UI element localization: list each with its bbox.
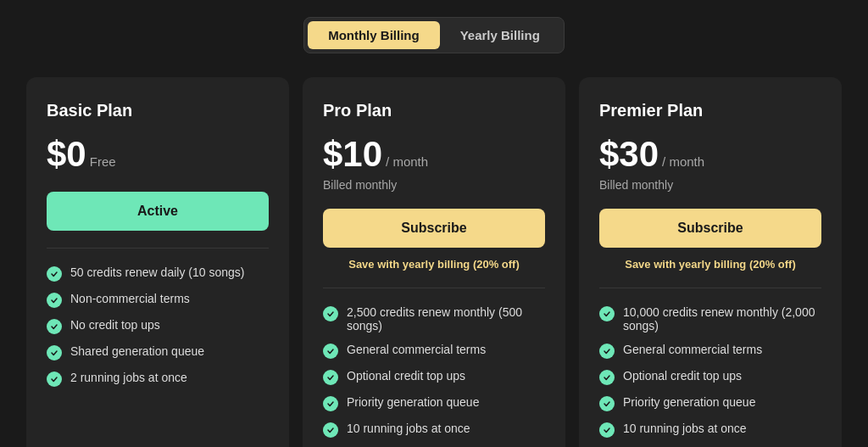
check-icon [599,306,615,321]
feature-text: Optional credit top ups [623,369,742,383]
list-item: Priority generation queue [323,395,545,411]
feature-text: Optional credit top ups [347,369,465,383]
list-item: Shared generation queue [47,344,269,360]
plan-price-label-basic: Free [90,154,116,169]
check-icon [323,396,338,411]
plan-price-pro: $10 [323,134,382,175]
feature-text: 10 running jobs at once [623,422,747,435]
feature-text: Shared generation queue [70,344,204,358]
plan-card-basic: Basic Plan$0FreeActive 50 credits renew … [26,77,289,447]
list-item: 10 running jobs at once [599,422,821,438]
plan-price-row-premier: $30/ month [599,134,821,175]
list-item: No credit top ups [47,318,269,334]
plans-container: Basic Plan$0FreeActive 50 credits renew … [14,77,854,447]
plan-name-premier: Premier Plan [599,101,821,120]
list-item: 2 running jobs at once [47,371,269,387]
plan-price-row-pro: $10/ month [323,134,545,175]
plan-price-premier: $30 [599,134,659,175]
check-icon [47,266,62,282]
plan-features-pro: 2,500 credits renew monthly (500 songs) … [323,305,545,438]
feature-text: 10,000 credits renew monthly (2,000 song… [623,305,821,332]
plan-cta-area-premier: SubscribeSave with yearly billing (20% o… [599,209,821,271]
feature-text: Non-commercial terms [70,292,190,305]
check-icon [47,345,62,360]
plan-name-pro: Pro Plan [323,101,545,120]
feature-text: 10 running jobs at once [347,422,470,435]
list-item: 50 credits renew daily (10 songs) [47,265,269,282]
tab-yearly[interactable]: Yearly Billing [440,21,560,49]
list-item: 10 running jobs at once [323,422,545,438]
feature-text: No credit top ups [70,318,160,332]
list-item: Optional credit top ups [323,369,545,385]
plan-price-row-basic: $0Free [47,134,269,175]
check-icon [599,422,615,438]
list-item: Optional credit top ups [599,369,821,385]
plan-billed-pro: Billed monthly [323,178,545,192]
feature-text: Priority generation queue [347,395,479,409]
check-icon [323,422,338,438]
list-item: Priority generation queue [599,395,821,411]
check-icon [47,293,62,308]
plan-price-suffix-premier: / month [662,154,704,169]
check-icon [599,396,615,411]
plan-divider-premier [599,288,821,288]
check-icon [599,344,615,359]
feature-text: Priority generation queue [623,395,755,409]
plan-divider-pro [323,288,545,288]
plan-cta-area-basic: Active [47,192,269,231]
check-icon [47,319,62,334]
plan-cta-area-pro: SubscribeSave with yearly billing (20% o… [323,209,545,271]
plan-cta-button-basic[interactable]: Active [47,192,269,231]
plan-name-basic: Basic Plan [47,101,269,120]
feature-text: 2,500 credits renew monthly (500 songs) [347,305,545,332]
feature-text: 2 running jobs at once [70,371,187,384]
list-item: 2,500 credits renew monthly (500 songs) [323,305,545,332]
plan-features-basic: 50 credits renew daily (10 songs) Non-co… [47,265,269,387]
feature-text: 50 credits renew daily (10 songs) [70,265,244,279]
plan-card-premier: Premier Plan$30/ monthBilled monthlySubs… [579,77,842,447]
check-icon [599,370,615,385]
plan-cta-button-premier[interactable]: Subscribe [599,209,821,248]
check-icon [323,370,338,385]
plan-price-suffix-pro: / month [386,154,428,169]
list-item: Non-commercial terms [47,292,269,308]
list-item: 10,000 credits renew monthly (2,000 song… [599,305,821,332]
list-item: General commercial terms [599,343,821,359]
check-icon [323,306,338,321]
feature-text: General commercial terms [347,343,486,356]
plan-card-pro: Pro Plan$10/ monthBilled monthlySubscrib… [303,77,565,447]
billing-toggle: Monthly Billing Yearly Billing [303,17,565,53]
plan-billed-premier: Billed monthly [599,178,821,192]
plan-divider-basic [47,248,269,249]
plan-price-basic: $0 [47,134,86,175]
plan-save-text-premier: Save with yearly billing (20% off) [599,253,821,271]
check-icon [323,344,338,359]
tab-monthly[interactable]: Monthly Billing [308,21,439,49]
feature-text: General commercial terms [623,343,762,356]
plan-features-premier: 10,000 credits renew monthly (2,000 song… [599,305,821,438]
list-item: General commercial terms [323,343,545,359]
check-icon [47,372,62,387]
plan-save-text-pro: Save with yearly billing (20% off) [323,253,545,271]
plan-cta-button-pro[interactable]: Subscribe [323,209,545,248]
